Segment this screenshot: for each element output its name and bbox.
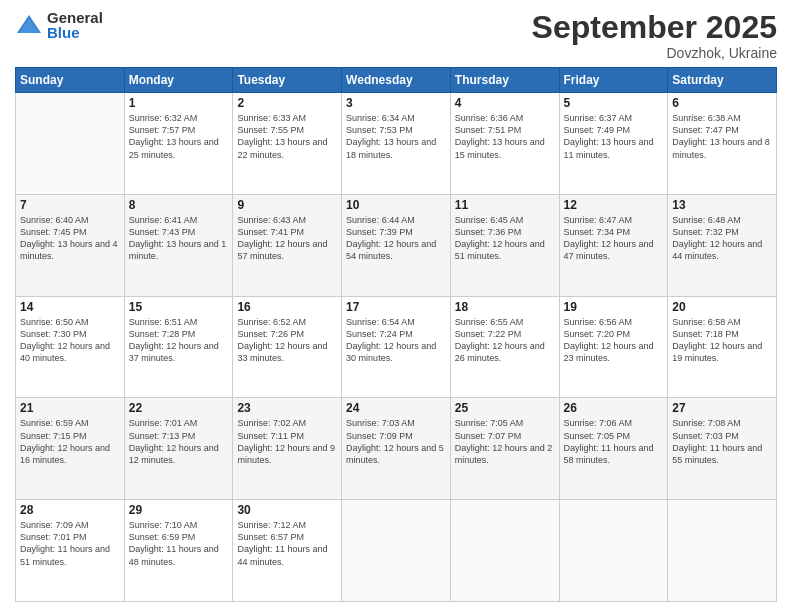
day-info: Sunrise: 6:44 AMSunset: 7:39 PMDaylight:… [346, 214, 446, 263]
table-row: 8Sunrise: 6:41 AMSunset: 7:43 PMDaylight… [124, 194, 233, 296]
logo-icon [15, 11, 43, 39]
day-info: Sunrise: 7:10 AMSunset: 6:59 PMDaylight:… [129, 519, 229, 568]
table-row [450, 500, 559, 602]
table-row [342, 500, 451, 602]
table-row: 5Sunrise: 6:37 AMSunset: 7:49 PMDaylight… [559, 93, 668, 195]
day-info: Sunrise: 7:03 AMSunset: 7:09 PMDaylight:… [346, 417, 446, 466]
day-number: 17 [346, 300, 446, 314]
day-number: 22 [129, 401, 229, 415]
table-row: 26Sunrise: 7:06 AMSunset: 7:05 PMDayligh… [559, 398, 668, 500]
month-title: September 2025 [532, 10, 777, 45]
day-info: Sunrise: 6:51 AMSunset: 7:28 PMDaylight:… [129, 316, 229, 365]
day-info: Sunrise: 7:01 AMSunset: 7:13 PMDaylight:… [129, 417, 229, 466]
day-number: 7 [20, 198, 120, 212]
table-row [16, 93, 125, 195]
day-number: 28 [20, 503, 120, 517]
day-number: 25 [455, 401, 555, 415]
day-number: 15 [129, 300, 229, 314]
table-row: 10Sunrise: 6:44 AMSunset: 7:39 PMDayligh… [342, 194, 451, 296]
table-row: 21Sunrise: 6:59 AMSunset: 7:15 PMDayligh… [16, 398, 125, 500]
table-row: 24Sunrise: 7:03 AMSunset: 7:09 PMDayligh… [342, 398, 451, 500]
table-row: 27Sunrise: 7:08 AMSunset: 7:03 PMDayligh… [668, 398, 777, 500]
table-row: 4Sunrise: 6:36 AMSunset: 7:51 PMDaylight… [450, 93, 559, 195]
header-monday: Monday [124, 68, 233, 93]
title-block: September 2025 Dovzhok, Ukraine [532, 10, 777, 61]
day-info: Sunrise: 6:43 AMSunset: 7:41 PMDaylight:… [237, 214, 337, 263]
table-row: 6Sunrise: 6:38 AMSunset: 7:47 PMDaylight… [668, 93, 777, 195]
days-header-row: Sunday Monday Tuesday Wednesday Thursday… [16, 68, 777, 93]
day-info: Sunrise: 6:48 AMSunset: 7:32 PMDaylight:… [672, 214, 772, 263]
table-row: 15Sunrise: 6:51 AMSunset: 7:28 PMDayligh… [124, 296, 233, 398]
table-row: 22Sunrise: 7:01 AMSunset: 7:13 PMDayligh… [124, 398, 233, 500]
day-info: Sunrise: 6:52 AMSunset: 7:26 PMDaylight:… [237, 316, 337, 365]
day-info: Sunrise: 6:58 AMSunset: 7:18 PMDaylight:… [672, 316, 772, 365]
day-info: Sunrise: 6:55 AMSunset: 7:22 PMDaylight:… [455, 316, 555, 365]
calendar-week-row: 21Sunrise: 6:59 AMSunset: 7:15 PMDayligh… [16, 398, 777, 500]
day-info: Sunrise: 6:40 AMSunset: 7:45 PMDaylight:… [20, 214, 120, 263]
day-info: Sunrise: 6:54 AMSunset: 7:24 PMDaylight:… [346, 316, 446, 365]
day-info: Sunrise: 6:32 AMSunset: 7:57 PMDaylight:… [129, 112, 229, 161]
table-row: 25Sunrise: 7:05 AMSunset: 7:07 PMDayligh… [450, 398, 559, 500]
day-info: Sunrise: 7:02 AMSunset: 7:11 PMDaylight:… [237, 417, 337, 466]
day-number: 30 [237, 503, 337, 517]
day-number: 9 [237, 198, 337, 212]
day-number: 3 [346, 96, 446, 110]
table-row: 9Sunrise: 6:43 AMSunset: 7:41 PMDaylight… [233, 194, 342, 296]
calendar-week-row: 14Sunrise: 6:50 AMSunset: 7:30 PMDayligh… [16, 296, 777, 398]
day-info: Sunrise: 6:37 AMSunset: 7:49 PMDaylight:… [564, 112, 664, 161]
table-row: 19Sunrise: 6:56 AMSunset: 7:20 PMDayligh… [559, 296, 668, 398]
table-row: 28Sunrise: 7:09 AMSunset: 7:01 PMDayligh… [16, 500, 125, 602]
day-number: 1 [129, 96, 229, 110]
table-row: 3Sunrise: 6:34 AMSunset: 7:53 PMDaylight… [342, 93, 451, 195]
table-row: 17Sunrise: 6:54 AMSunset: 7:24 PMDayligh… [342, 296, 451, 398]
day-number: 18 [455, 300, 555, 314]
calendar-week-row: 7Sunrise: 6:40 AMSunset: 7:45 PMDaylight… [16, 194, 777, 296]
day-info: Sunrise: 6:50 AMSunset: 7:30 PMDaylight:… [20, 316, 120, 365]
day-info: Sunrise: 7:08 AMSunset: 7:03 PMDaylight:… [672, 417, 772, 466]
day-number: 21 [20, 401, 120, 415]
day-number: 13 [672, 198, 772, 212]
day-number: 16 [237, 300, 337, 314]
day-number: 29 [129, 503, 229, 517]
day-number: 5 [564, 96, 664, 110]
day-info: Sunrise: 6:33 AMSunset: 7:55 PMDaylight:… [237, 112, 337, 161]
day-number: 23 [237, 401, 337, 415]
day-number: 11 [455, 198, 555, 212]
logo-general: General [47, 10, 103, 25]
day-number: 2 [237, 96, 337, 110]
table-row: 11Sunrise: 6:45 AMSunset: 7:36 PMDayligh… [450, 194, 559, 296]
header-friday: Friday [559, 68, 668, 93]
day-number: 19 [564, 300, 664, 314]
day-info: Sunrise: 6:59 AMSunset: 7:15 PMDaylight:… [20, 417, 120, 466]
day-info: Sunrise: 7:06 AMSunset: 7:05 PMDaylight:… [564, 417, 664, 466]
table-row [668, 500, 777, 602]
day-number: 8 [129, 198, 229, 212]
day-number: 26 [564, 401, 664, 415]
table-row: 23Sunrise: 7:02 AMSunset: 7:11 PMDayligh… [233, 398, 342, 500]
day-info: Sunrise: 6:38 AMSunset: 7:47 PMDaylight:… [672, 112, 772, 161]
page: General Blue September 2025 Dovzhok, Ukr… [0, 0, 792, 612]
calendar: Sunday Monday Tuesday Wednesday Thursday… [15, 67, 777, 602]
calendar-week-row: 1Sunrise: 6:32 AMSunset: 7:57 PMDaylight… [16, 93, 777, 195]
table-row: 16Sunrise: 6:52 AMSunset: 7:26 PMDayligh… [233, 296, 342, 398]
day-number: 6 [672, 96, 772, 110]
table-row [559, 500, 668, 602]
day-info: Sunrise: 7:05 AMSunset: 7:07 PMDaylight:… [455, 417, 555, 466]
table-row: 12Sunrise: 6:47 AMSunset: 7:34 PMDayligh… [559, 194, 668, 296]
table-row: 2Sunrise: 6:33 AMSunset: 7:55 PMDaylight… [233, 93, 342, 195]
table-row: 14Sunrise: 6:50 AMSunset: 7:30 PMDayligh… [16, 296, 125, 398]
table-row: 29Sunrise: 7:10 AMSunset: 6:59 PMDayligh… [124, 500, 233, 602]
day-info: Sunrise: 6:41 AMSunset: 7:43 PMDaylight:… [129, 214, 229, 263]
day-number: 27 [672, 401, 772, 415]
header-thursday: Thursday [450, 68, 559, 93]
day-info: Sunrise: 6:45 AMSunset: 7:36 PMDaylight:… [455, 214, 555, 263]
day-info: Sunrise: 6:56 AMSunset: 7:20 PMDaylight:… [564, 316, 664, 365]
table-row: 18Sunrise: 6:55 AMSunset: 7:22 PMDayligh… [450, 296, 559, 398]
day-number: 20 [672, 300, 772, 314]
location-subtitle: Dovzhok, Ukraine [532, 45, 777, 61]
logo-blue: Blue [47, 25, 103, 40]
day-info: Sunrise: 6:47 AMSunset: 7:34 PMDaylight:… [564, 214, 664, 263]
table-row: 20Sunrise: 6:58 AMSunset: 7:18 PMDayligh… [668, 296, 777, 398]
table-row: 30Sunrise: 7:12 AMSunset: 6:57 PMDayligh… [233, 500, 342, 602]
header-tuesday: Tuesday [233, 68, 342, 93]
